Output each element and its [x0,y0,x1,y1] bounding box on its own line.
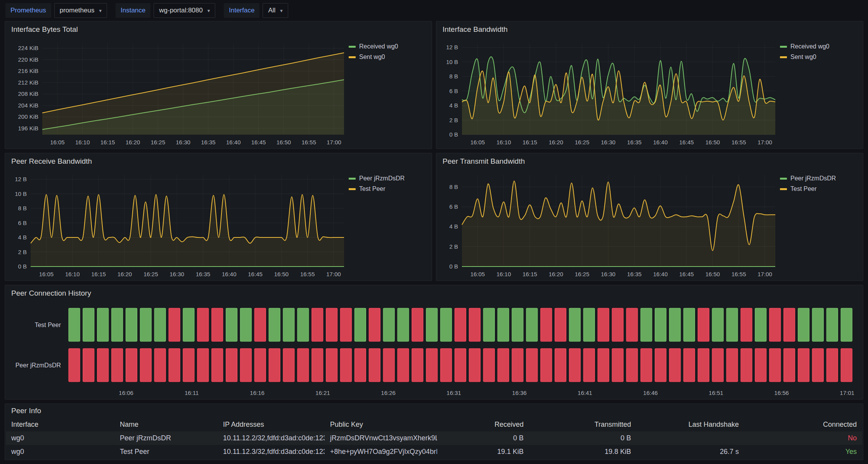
column-header[interactable]: Name [114,418,218,431]
series-color-swatch [349,178,356,180]
variable-value-text: All [268,7,275,14]
legend-item[interactable]: Test Peer [349,185,426,192]
svg-text:16:20: 16:20 [118,271,132,277]
legend-label: Test Peer [359,185,386,192]
variable-label-prometheus[interactable]: Prometheus [5,3,51,18]
legend-item[interactable]: Peer jRzmDsDR [349,175,426,182]
svg-text:16:31: 16:31 [446,390,461,396]
svg-text:16:30: 16:30 [169,271,184,277]
panel-peer-info: Peer Info InterfaceNameIP AddressesPubli… [5,403,863,460]
svg-text:16:40: 16:40 [653,139,668,145]
svg-text:4 B: 4 B [18,234,27,241]
svg-text:16:15: 16:15 [100,139,115,145]
column-header[interactable]: Interface [6,418,114,431]
interface-bandwidth-chart[interactable]: 16:0516:1016:1516:2016:2516:3016:3516:40… [439,38,778,148]
svg-text:16:55: 16:55 [731,271,746,277]
svg-text:16:15: 16:15 [522,139,537,145]
svg-text:16:45: 16:45 [679,271,694,277]
svg-text:16:05: 16:05 [39,271,54,277]
peer-receive-bandwidth-chart[interactable]: 16:0516:1016:1516:2016:2516:3016:3516:40… [8,170,347,280]
svg-text:2 B: 2 B [449,117,458,123]
table-cell: wg0 [6,431,114,445]
svg-text:16:20: 16:20 [126,139,140,145]
svg-text:224 KiB: 224 KiB [18,45,38,51]
table-cell: 10.11.12.3/32,fdfd:d3ad:c0de:1234::2/128 [218,445,325,459]
table-cell: Test Peer [114,445,218,459]
svg-text:16:36: 16:36 [512,390,527,396]
panel-interface-bytes-total: Interface Bytes Total 16:0516:1016:1516:… [5,21,432,149]
peer-info-table: InterfaceNameIP AddressesPublic KeyRecei… [6,418,862,459]
svg-text:16:46: 16:46 [643,390,658,396]
column-header[interactable]: IP Addresses [218,418,325,431]
svg-text:16:35: 16:35 [201,139,216,145]
chevron-down-icon: ▾ [99,8,102,13]
svg-text:16:15: 16:15 [522,271,537,277]
column-header[interactable]: Received [437,418,529,431]
peer-transmit-bandwidth-chart[interactable]: 16:0516:1016:1516:2016:2516:3016:3516:40… [439,170,778,280]
panel-title-peer-info[interactable]: Peer Info [5,404,863,418]
line-chart-svg: 16:0516:1016:1516:2016:2516:3016:3516:40… [8,170,347,280]
legend-label: Sent wg0 [790,54,816,61]
legend-item[interactable]: Test Peer [780,185,858,192]
line-chart-svg: 16:0516:1016:1516:2016:2516:3016:3516:40… [8,38,347,148]
legend-item[interactable]: Sent wg0 [349,54,426,61]
panel-peer-connection-history: Peer Connection History Test PeerPeer jR… [5,285,863,400]
series-color-swatch [780,188,787,190]
svg-text:8 B: 8 B [449,184,458,190]
svg-text:16:10: 16:10 [496,271,511,277]
variable-value-instance[interactable]: wg-portal:8080 ▾ [154,3,215,18]
series-color-swatch [349,56,356,58]
svg-text:17:00: 17:00 [327,139,341,145]
svg-text:16:16: 16:16 [250,390,265,396]
svg-text:16:40: 16:40 [653,271,668,277]
legend-item[interactable]: Peer jRzmDsDR [780,175,858,182]
legend-item[interactable]: Received wg0 [780,43,858,50]
svg-text:16:45: 16:45 [251,139,266,145]
table-cell: Yes [744,445,862,459]
series-color-swatch [780,56,787,58]
svg-text:0 B: 0 B [449,263,458,270]
table-cell: No [744,431,862,445]
legend-label: Sent wg0 [359,54,385,61]
svg-text:8 B: 8 B [449,73,458,80]
panel-title-peer-connection-history[interactable]: Peer Connection History [5,285,863,301]
panel-title-interface-bytes-total[interactable]: Interface Bytes Total [5,21,432,38]
table-cell: 10.11.12.2/32,fdfd:d3ad:c0de:1234::1/128 [218,431,325,445]
peer-connection-history-timeline[interactable]: Test PeerPeer jRzmDsDR16:0616:1116:1616:… [8,301,860,398]
svg-text:10 B: 10 B [446,59,458,65]
variable-value-text: wg-portal:8080 [159,7,202,14]
svg-text:16:55: 16:55 [301,139,316,145]
svg-text:208 KiB: 208 KiB [18,90,38,97]
column-header[interactable]: Connected [744,418,862,431]
variable-label-interface[interactable]: Interface [224,3,259,18]
variable-label-instance[interactable]: Instance [116,3,150,18]
table-cell: 19.1 KiB [437,445,529,459]
svg-text:16:40: 16:40 [226,139,241,145]
column-header[interactable]: Last Handshake [636,418,744,431]
svg-text:12 B: 12 B [446,44,458,50]
panel-title-interface-bandwidth[interactable]: Interface Bandwidth [436,21,863,38]
column-header[interactable]: Transmitted [529,418,636,431]
variable-value-prometheus[interactable]: prometheus ▾ [54,3,107,18]
svg-text:17:00: 17:00 [757,139,772,145]
svg-text:Peer jRzmDsDR: Peer jRzmDsDR [16,362,61,369]
panel-title-peer-receive-bandwidth[interactable]: Peer Receive Bandwidth [5,153,432,170]
panel-title-peer-transmit-bandwidth[interactable]: Peer Transmit Bandwidth [436,153,863,170]
svg-text:220 KiB: 220 KiB [18,56,38,63]
svg-text:16:10: 16:10 [496,139,511,145]
interface-bytes-total-chart[interactable]: 16:0516:1016:1516:2016:2516:3016:3516:40… [8,38,347,148]
legend-item[interactable]: Received wg0 [349,43,426,50]
column-header[interactable]: Public Key [325,418,437,431]
svg-text:0 B: 0 B [449,131,458,138]
variable-value-interface[interactable]: All ▾ [263,3,288,18]
svg-text:16:25: 16:25 [575,139,590,145]
svg-text:16:26: 16:26 [381,390,396,396]
svg-text:12 B: 12 B [15,176,27,182]
svg-text:6 B: 6 B [449,203,458,210]
legend-item[interactable]: Sent wg0 [780,54,858,61]
table-header-row: InterfaceNameIP AddressesPublic KeyRecei… [6,418,862,431]
svg-text:16:35: 16:35 [627,139,642,145]
table-cell [636,431,744,445]
svg-text:16:20: 16:20 [549,139,564,145]
svg-text:16:55: 16:55 [731,139,746,145]
